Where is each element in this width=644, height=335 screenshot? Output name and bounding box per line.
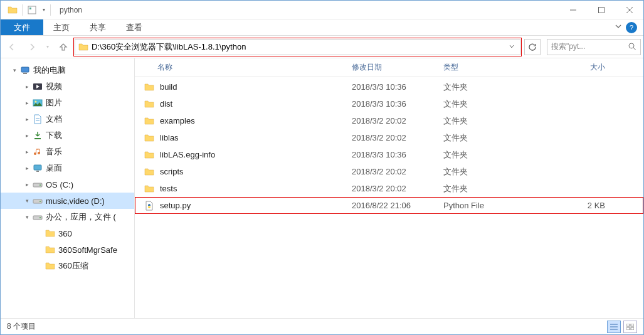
tree-arrow-icon[interactable]: ▸ — [22, 83, 32, 90]
sidebar-item[interactable]: ▾我的电脑 — [1, 62, 134, 78]
file-type: 文件夹 — [437, 115, 529, 127]
tree-arrow-icon[interactable]: ▾ — [22, 214, 32, 220]
file-list-row[interactable]: dist2018/3/3 10:36文件夹 — [135, 95, 643, 112]
forward-button[interactable] — [23, 38, 41, 56]
tree-arrow-icon[interactable]: ▸ — [22, 181, 32, 188]
folder-icon — [45, 260, 56, 272]
svg-point-18 — [40, 184, 41, 186]
svg-point-20 — [40, 201, 41, 202]
close-button[interactable] — [615, 1, 643, 19]
up-button[interactable] — [55, 38, 72, 56]
folder-icon — [144, 82, 155, 93]
sidebar-item[interactable]: ▾music,video (D:) — [1, 193, 134, 209]
column-type[interactable]: 类型 — [437, 62, 529, 73]
file-name: build — [160, 82, 177, 92]
statusbar: 8 个项目 — [1, 318, 643, 334]
file-list-row[interactable]: tests2018/3/2 20:02文件夹 — [135, 180, 643, 197]
maximize-button[interactable] — [587, 1, 615, 19]
file-type: 文件夹 — [437, 98, 529, 110]
file-list: 名称 修改日期 类型 大小 build2018/3/3 10:36文件夹dist… — [135, 58, 643, 318]
sidebar-item[interactable]: ▾办公，应用，文件 ( — [1, 209, 134, 225]
file-name: scripts — [160, 167, 184, 176]
file-list-row[interactable]: scripts2018/3/2 20:02文件夹 — [135, 163, 643, 180]
thumbnails-view-button[interactable] — [623, 321, 637, 333]
file-date: 2018/3/2 20:02 — [346, 133, 437, 142]
file-list-body[interactable]: build2018/3/3 10:36文件夹dist2018/3/3 10:36… — [135, 77, 643, 318]
downloads-icon — [32, 130, 43, 141]
file-name: examples — [160, 116, 195, 125]
address-path[interactable]: D:\360安全浏览器下载\libLAS-1.8.1\python — [89, 41, 506, 53]
view-switcher — [607, 321, 637, 333]
folder-icon — [144, 115, 155, 127]
svg-rect-28 — [626, 327, 630, 330]
search-icon — [628, 43, 636, 51]
svg-point-6 — [629, 43, 634, 48]
sidebar-item[interactable]: ▸文档 — [1, 111, 134, 127]
ribbon-tab-home[interactable]: 主页 — [43, 19, 80, 35]
sidebar-item[interactable]: 360SoftMgrSafe — [1, 242, 134, 258]
file-type: 文件夹 — [437, 82, 529, 93]
file-list-header[interactable]: 名称 修改日期 类型 大小 — [135, 58, 643, 77]
file-list-row[interactable]: liblas2018/3/2 20:02文件夹 — [135, 129, 643, 146]
file-name-cell: tests — [135, 183, 346, 194]
file-list-row[interactable]: examples2018/3/2 20:02文件夹 — [135, 112, 643, 129]
sidebar-item[interactable]: ▸OS (C:) — [1, 176, 134, 193]
tree-arrow-icon[interactable]: ▸ — [22, 149, 32, 155]
address-bar[interactable]: D:\360安全浏览器下载\libLAS-1.8.1\python — [75, 39, 520, 55]
window-title: python — [55, 6, 82, 14]
file-list-row[interactable]: libLAS.egg-info2018/3/3 10:36文件夹 — [135, 146, 643, 163]
ribbon: 文件 主页 共享 查看 ? — [1, 19, 643, 36]
folder-icon — [45, 244, 56, 255]
minimize-button[interactable] — [559, 1, 587, 19]
tree-arrow-icon[interactable]: ▸ — [22, 100, 32, 106]
file-list-row[interactable]: build2018/3/3 10:36文件夹 — [135, 78, 643, 95]
sidebar[interactable]: ▾我的电脑▸视频▸图片▸文档▸下载▸音乐▸桌面▸OS (C:)▾music,vi… — [1, 58, 135, 318]
sidebar-item[interactable]: ▸视频 — [1, 78, 134, 95]
sidebar-item[interactable]: ▸音乐 — [1, 144, 134, 160]
history-dropdown[interactable]: ▾ — [43, 38, 52, 56]
sidebar-item[interactable]: ▸图片 — [1, 95, 134, 111]
window-controls — [559, 1, 643, 19]
address-dropdown-icon[interactable] — [506, 43, 517, 51]
tree-arrow-icon[interactable]: ▸ — [22, 132, 32, 139]
file-name-cell: scripts — [135, 166, 346, 178]
column-size[interactable]: 大小 — [529, 62, 620, 73]
tree-arrow-icon[interactable]: ▾ — [9, 67, 19, 73]
file-type: 文件夹 — [437, 166, 529, 178]
tree-arrow-icon[interactable]: ▾ — [22, 198, 32, 204]
svg-rect-16 — [36, 171, 39, 172]
column-name[interactable]: 名称 — [135, 62, 346, 73]
ribbon-tab-share[interactable]: 共享 — [80, 19, 116, 35]
drive-icon — [32, 211, 43, 223]
ribbon-file-tab[interactable]: 文件 — [1, 19, 43, 35]
properties-button[interactable] — [25, 3, 39, 17]
tree-arrow-icon[interactable]: ▸ — [22, 165, 32, 171]
search-placeholder: 搜索"pyt... — [551, 41, 628, 52]
back-button[interactable] — [3, 38, 21, 56]
file-list-row[interactable]: setup.py2016/8/22 21:06Python File2 KB — [135, 197, 643, 214]
tree-arrow-icon[interactable]: ▸ — [22, 116, 32, 122]
ribbon-tab-view[interactable]: 查看 — [116, 19, 152, 35]
sidebar-item-label: 360压缩 — [58, 260, 88, 272]
qat-dropdown[interactable]: ▾ — [40, 3, 48, 17]
sidebar-item[interactable]: 360压缩 — [1, 258, 134, 274]
help-button[interactable]: ? — [626, 22, 637, 33]
sidebar-item[interactable]: 360 — [1, 225, 134, 242]
svg-point-22 — [40, 217, 41, 218]
computer-icon — [19, 65, 31, 76]
ribbon-right: ? — [615, 19, 643, 35]
svg-rect-1 — [29, 8, 31, 9]
file-name: tests — [160, 184, 177, 193]
folder-icon — [144, 166, 155, 178]
content: ▾我的电脑▸视频▸图片▸文档▸下载▸音乐▸桌面▸OS (C:)▾music,vi… — [1, 58, 643, 318]
sidebar-item[interactable]: ▸下载 — [1, 127, 134, 144]
ribbon-expand-icon[interactable] — [615, 23, 622, 32]
refresh-button[interactable] — [524, 39, 541, 55]
search-box[interactable]: 搜索"pyt... — [547, 39, 641, 55]
sidebar-item[interactable]: ▸桌面 — [1, 160, 134, 176]
file-type: 文件夹 — [437, 149, 529, 161]
folder-icon[interactable] — [6, 3, 19, 17]
titlebar-left: ▾ python — [1, 3, 82, 17]
column-date[interactable]: 修改日期 — [346, 62, 437, 73]
details-view-button[interactable] — [607, 321, 621, 333]
